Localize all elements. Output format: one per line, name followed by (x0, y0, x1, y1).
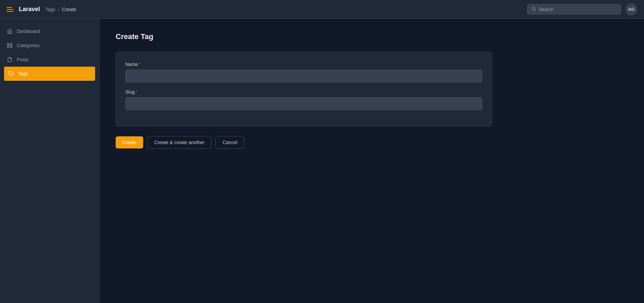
name-required-star: * (139, 62, 141, 67)
tag-icon (8, 71, 14, 77)
breadcrumb-current: Create (62, 7, 76, 12)
main-layout: Dashboard Categories Posts (0, 19, 644, 303)
slug-required-star: * (136, 90, 138, 94)
sidebar-item-categories[interactable]: Categories (0, 38, 99, 53)
search-box[interactable] (527, 4, 621, 14)
breadcrumb-separator: / (58, 7, 59, 12)
form-card: Name * Slug * (116, 52, 492, 127)
sidebar-item-label: Categories (17, 43, 40, 48)
page-title: Create Tag (116, 32, 628, 41)
slug-form-group: Slug * (125, 89, 482, 110)
button-group: Create Create & create another Cancel (116, 136, 628, 149)
create-another-button[interactable]: Create & create another (147, 136, 211, 149)
sidebar-item-tags[interactable]: Tags (4, 67, 95, 81)
svg-rect-3 (10, 43, 12, 45)
search-icon (531, 6, 536, 12)
cancel-button[interactable]: Cancel (215, 136, 244, 149)
svg-point-0 (532, 7, 535, 10)
content-area: Create Tag Name * Slug * Create Create &… (99, 19, 644, 303)
search-input[interactable] (539, 7, 617, 12)
breadcrumb: Tags / Create (45, 7, 76, 12)
app-title: Laravel (19, 6, 40, 13)
sidebar-item-dashboard[interactable]: Dashboard (0, 24, 99, 38)
svg-rect-5 (10, 46, 12, 47)
breadcrumb-parent[interactable]: Tags (45, 7, 55, 12)
sidebar-item-label: Tags (18, 71, 28, 76)
sidebar: Dashboard Categories Posts (0, 19, 99, 303)
slug-label: Slug * (125, 89, 482, 95)
sidebar-item-label: Dashboard (17, 29, 40, 34)
name-input[interactable] (125, 70, 482, 82)
house-icon (7, 28, 13, 34)
navbar: Laravel Tags / Create AG (0, 0, 644, 19)
sidebar-item-posts[interactable]: Posts (0, 53, 99, 67)
name-form-group: Name * (125, 62, 482, 82)
create-button[interactable]: Create (116, 136, 143, 148)
sidebar-item-label: Posts (17, 57, 29, 62)
svg-line-1 (535, 10, 536, 11)
navbar-right: AG (527, 3, 637, 15)
svg-rect-2 (7, 43, 9, 45)
navbar-left: Laravel Tags / Create (7, 6, 76, 13)
categories-icon (7, 42, 13, 48)
document-icon (7, 57, 13, 63)
name-label: Name * (125, 62, 482, 67)
slug-input[interactable] (125, 97, 482, 110)
avatar[interactable]: AG (625, 3, 637, 15)
menu-icon[interactable] (7, 7, 13, 12)
svg-rect-4 (7, 46, 9, 47)
